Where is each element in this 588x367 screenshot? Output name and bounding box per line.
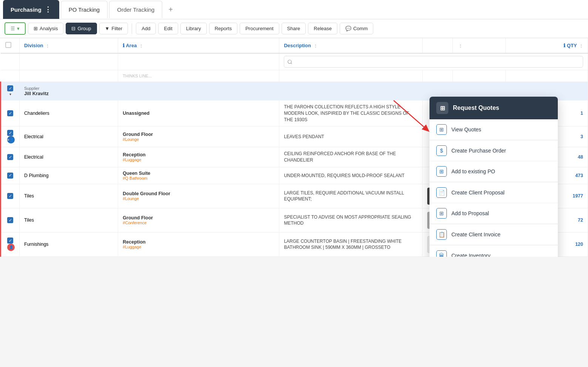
create-po-item[interactable]: $ Create Purchase Order [429,140,558,161]
add-existing-po-label: Add to existing PO [451,168,495,174]
area-info-icon: ℹ [123,43,125,48]
create-po-label: Create Purchase Order [451,148,506,154]
header-checkbox-cell[interactable] [1,38,20,53]
row2-desc: LEAVES PENDANT [279,126,423,147]
row2-division: Electrical [20,126,118,147]
search-area [118,53,279,70]
row2-area: Ground Floor #Lounge [118,126,279,147]
search-input[interactable] [284,56,583,68]
row3-checkbox[interactable] [7,154,13,160]
row7-area: Reception #Luggage [118,232,279,256]
tab-bar: Purchasing ⋮ PO Tracking Order Tracking … [0,0,588,19]
row4-area: Queen Suite #Q Bathroom [118,167,279,184]
row3-checkbox-cell[interactable] [1,147,20,167]
analysis-icon: ⊞ [34,26,38,31]
header-area: ℹ Area ⋮ [118,38,279,53]
tab-add-button[interactable]: + [164,2,177,17]
search-division [20,53,118,70]
comm-icon: 💬 [345,26,351,31]
division-sort-icon[interactable]: ⋮ [46,44,49,48]
row7-checkbox[interactable] [7,237,13,244]
request-quotes-icon: ⊞ [436,102,448,114]
supplier-checkbox-cell[interactable]: ▾ [1,82,20,100]
tab-purchasing[interactable]: Purchasing ⋮ [3,0,59,19]
create-inventory-item[interactable]: 🏛 Create Inventory [429,245,558,257]
library-button[interactable]: Library [180,23,207,34]
toolbar-divider-1 [132,23,132,34]
group-icon: ⊟ [71,26,75,31]
dropdown-header-label: Request Quotes [453,105,499,111]
dropdown-header: ⊞ Request Quotes [429,97,558,119]
share-button[interactable]: Share [282,23,306,34]
create-inventory-icon: 🏛 [436,250,447,257]
row7-desc: LARGE COUNTERTOP BASIN | FREESTANDING WH… [279,232,423,256]
row4-checkbox-cell[interactable] [1,167,20,184]
row2-checkbox-cell[interactable]: +👤 [1,126,20,147]
filter-icon: ▼ [105,26,110,31]
release-button[interactable]: Release [308,23,337,34]
row4-checkbox[interactable] [7,173,13,179]
reports-button[interactable]: Reports [209,23,238,34]
add-proposal-label: Add to Proposal [451,210,489,216]
supplier-checkbox[interactable] [7,85,13,91]
header-image [423,38,453,53]
row6-division: Tiles [20,208,118,232]
add-proposal-item[interactable]: ⊞ Add to Proposal [429,203,558,224]
notes-sort-icon[interactable]: ⋮ [459,44,462,48]
create-invoice-item[interactable]: 📋 Create Client Invoice [429,224,558,245]
view-quotes-item[interactable]: ⊞ View Quotes [429,119,558,140]
row6-checkbox[interactable] [7,217,13,223]
add-existing-po-icon: ⊞ [436,166,447,177]
row1-checkbox-cell[interactable] [1,100,20,126]
row2-checkbox[interactable] [7,130,13,136]
row6-checkbox-cell[interactable] [1,208,20,232]
row6-area: Ground Floor #Conference [118,208,279,232]
create-proposal-item[interactable]: 📄 Create Client Proposal [429,182,558,203]
filter-button[interactable]: ▼ Filter [99,23,128,34]
supplier-name: Jill Kravitz [24,91,583,96]
create-inventory-label: Create Inventory [451,253,491,257]
create-po-icon: $ [436,145,447,156]
tab-order-tracking[interactable]: Order Tracking [109,1,162,18]
row3-area: Reception #Luggage [118,147,279,167]
view-quotes-label: View Quotes [451,126,481,133]
menu-button[interactable]: ☰ ▾ [5,22,26,35]
procurement-button[interactable]: Procurement [240,23,279,34]
supplier-chevron-icon[interactable]: ▾ [9,92,11,96]
row5-area: Double Ground Floor #Lounge [118,184,279,208]
row7-division: Furnishings [20,232,118,256]
group-button[interactable]: ⊟ Group [66,23,97,34]
supplier-label: Supplier [24,86,583,91]
search-checkbox [1,53,20,70]
add-existing-po-item[interactable]: ⊞ Add to existing PO [429,161,558,182]
row1-checkbox[interactable] [7,110,13,116]
row1-desc: THE PAROHN COLLECTION REFLECTS A HIGH ST… [279,100,423,126]
header-description: Description ⋮ [279,38,423,53]
purchasing-dots[interactable]: ⋮ [45,5,52,14]
person-red-icon: 👤 [7,244,15,251]
qty-sort-icon[interactable]: ⋮ [579,44,583,48]
header-division: Division ⋮ [20,38,118,53]
tab-po-tracking[interactable]: PO Tracking [61,1,108,18]
select-all-checkbox[interactable] [5,42,11,48]
dropdown-menu: ⊞ Request Quotes ⊞ View Quotes $ Create … [429,97,558,257]
partial-row: THINKS LINE... [1,70,588,82]
menu-chevron: ▾ [17,26,20,31]
add-button[interactable]: Add [136,23,156,34]
edit-button[interactable]: Edit [158,23,178,34]
view-quotes-icon: ⊞ [436,124,447,135]
create-proposal-icon: 📄 [436,187,447,198]
description-sort-icon[interactable]: ⋮ [314,44,317,48]
main-area: Division ⋮ ℹ Area ⋮ Description ⋮ ⋮ ℹ [0,38,588,257]
create-invoice-label: Create Client Invoice [451,231,500,237]
area-sort-icon[interactable]: ⋮ [139,44,143,48]
menu-icon: ☰ [11,26,15,31]
row4-desc: UNDER-MOUNTED, REQUIRES MOLD-PROOF SEALA… [279,167,423,184]
create-proposal-label: Create Client Proposal [451,190,505,196]
row5-checkbox-cell[interactable] [1,184,20,208]
comm-button[interactable]: 💬 Comm [340,23,373,34]
add-proposal-icon: ⊞ [436,208,447,219]
row5-checkbox[interactable] [7,193,13,199]
analysis-button[interactable]: ⊞ Analysis [28,23,63,34]
row7-checkbox-cell[interactable]: 👤 [1,232,20,256]
